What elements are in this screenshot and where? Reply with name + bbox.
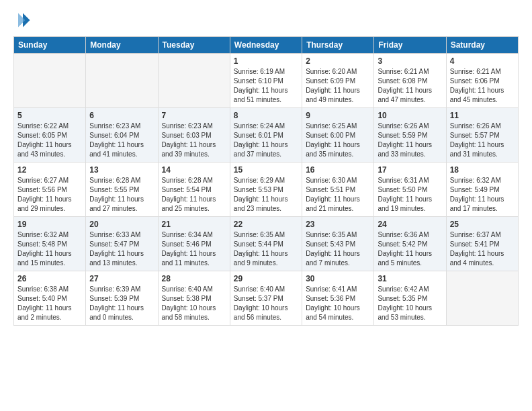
day-number: 24 <box>378 220 442 229</box>
day-number: 28 <box>162 274 226 283</box>
day-number: 27 <box>89 274 154 283</box>
day-cell: 1Sunrise: 6:19 AM Sunset: 6:10 PM Daylig… <box>230 54 302 108</box>
day-cell: 28Sunrise: 6:40 AM Sunset: 5:38 PM Dayli… <box>158 271 230 326</box>
day-info: Sunrise: 6:40 AM Sunset: 5:37 PM Dayligh… <box>234 285 298 322</box>
header <box>13 11 519 30</box>
day-cell: 15Sunrise: 6:29 AM Sunset: 5:53 PM Dayli… <box>230 163 302 217</box>
day-number: 29 <box>234 274 298 283</box>
page: SundayMondayTuesdayWednesdayThursdayFrid… <box>0 0 532 411</box>
day-number: 3 <box>378 56 442 66</box>
day-cell: 17Sunrise: 6:31 AM Sunset: 5:50 PM Dayli… <box>374 163 446 217</box>
day-cell: 4Sunrise: 6:21 AM Sunset: 6:06 PM Daylig… <box>446 54 518 108</box>
day-info: Sunrise: 6:23 AM Sunset: 6:04 PM Dayligh… <box>89 122 154 159</box>
day-cell: 30Sunrise: 6:41 AM Sunset: 5:36 PM Dayli… <box>302 271 374 326</box>
day-cell: 22Sunrise: 6:35 AM Sunset: 5:44 PM Dayli… <box>230 217 302 271</box>
day-info: Sunrise: 6:41 AM Sunset: 5:36 PM Dayligh… <box>306 285 370 322</box>
day-cell: 9Sunrise: 6:25 AM Sunset: 6:00 PM Daylig… <box>302 108 374 163</box>
day-cell: 13Sunrise: 6:28 AM Sunset: 5:55 PM Dayli… <box>86 163 158 217</box>
day-info: Sunrise: 6:35 AM Sunset: 5:44 PM Dayligh… <box>234 230 298 268</box>
day-info: Sunrise: 6:40 AM Sunset: 5:38 PM Dayligh… <box>162 285 226 322</box>
day-info: Sunrise: 6:31 AM Sunset: 5:50 PM Dayligh… <box>378 176 442 214</box>
day-info: Sunrise: 6:19 AM Sunset: 6:10 PM Dayligh… <box>234 67 298 105</box>
day-info: Sunrise: 6:28 AM Sunset: 5:55 PM Dayligh… <box>89 176 154 214</box>
day-number: 22 <box>234 220 298 229</box>
day-cell: 19Sunrise: 6:32 AM Sunset: 5:48 PM Dayli… <box>14 217 86 271</box>
day-cell: 3Sunrise: 6:21 AM Sunset: 6:08 PM Daylig… <box>374 54 446 108</box>
day-info: Sunrise: 6:39 AM Sunset: 5:39 PM Dayligh… <box>89 285 154 322</box>
day-number: 16 <box>306 165 370 175</box>
day-number: 13 <box>89 165 154 175</box>
day-number: 4 <box>450 56 515 66</box>
day-cell: 8Sunrise: 6:24 AM Sunset: 6:01 PM Daylig… <box>230 108 302 163</box>
day-number: 12 <box>17 165 82 175</box>
day-cell <box>86 54 158 108</box>
day-cell: 29Sunrise: 6:40 AM Sunset: 5:37 PM Dayli… <box>230 271 302 326</box>
day-number: 9 <box>306 111 370 120</box>
day-number: 18 <box>450 165 515 175</box>
day-cell: 7Sunrise: 6:23 AM Sunset: 6:03 PM Daylig… <box>158 108 230 163</box>
day-info: Sunrise: 6:28 AM Sunset: 5:54 PM Dayligh… <box>162 176 226 214</box>
day-cell: 12Sunrise: 6:27 AM Sunset: 5:56 PM Dayli… <box>14 163 86 217</box>
day-number: 19 <box>17 220 82 229</box>
day-info: Sunrise: 6:29 AM Sunset: 5:53 PM Dayligh… <box>234 176 298 214</box>
day-cell: 24Sunrise: 6:36 AM Sunset: 5:42 PM Dayli… <box>374 217 446 271</box>
day-info: Sunrise: 6:23 AM Sunset: 6:03 PM Dayligh… <box>162 122 226 159</box>
day-cell: 11Sunrise: 6:26 AM Sunset: 5:57 PM Dayli… <box>446 108 518 163</box>
day-number: 25 <box>450 220 515 229</box>
day-number: 2 <box>306 56 370 66</box>
day-info: Sunrise: 6:30 AM Sunset: 5:51 PM Dayligh… <box>306 176 370 214</box>
day-number: 31 <box>378 274 442 283</box>
day-info: Sunrise: 6:33 AM Sunset: 5:47 PM Dayligh… <box>89 230 154 268</box>
day-info: Sunrise: 6:26 AM Sunset: 5:57 PM Dayligh… <box>450 122 515 159</box>
day-number: 7 <box>162 111 226 120</box>
day-info: Sunrise: 6:38 AM Sunset: 5:40 PM Dayligh… <box>17 285 82 322</box>
day-info: Sunrise: 6:32 AM Sunset: 5:49 PM Dayligh… <box>450 176 515 214</box>
day-cell: 31Sunrise: 6:42 AM Sunset: 5:35 PM Dayli… <box>374 271 446 326</box>
day-number: 5 <box>17 111 82 120</box>
logo <box>13 11 35 30</box>
day-cell: 6Sunrise: 6:23 AM Sunset: 6:04 PM Daylig… <box>86 108 158 163</box>
day-cell: 18Sunrise: 6:32 AM Sunset: 5:49 PM Dayli… <box>446 163 518 217</box>
day-info: Sunrise: 6:35 AM Sunset: 5:43 PM Dayligh… <box>306 230 370 268</box>
day-info: Sunrise: 6:36 AM Sunset: 5:42 PM Dayligh… <box>378 230 442 268</box>
day-number: 14 <box>162 165 226 175</box>
day-cell: 27Sunrise: 6:39 AM Sunset: 5:39 PM Dayli… <box>86 271 158 326</box>
day-number: 30 <box>306 274 370 283</box>
day-info: Sunrise: 6:32 AM Sunset: 5:48 PM Dayligh… <box>17 230 82 268</box>
day-info: Sunrise: 6:25 AM Sunset: 6:00 PM Dayligh… <box>306 122 370 159</box>
week-row-5: 26Sunrise: 6:38 AM Sunset: 5:40 PM Dayli… <box>14 271 519 326</box>
day-info: Sunrise: 6:21 AM Sunset: 6:08 PM Dayligh… <box>378 67 442 105</box>
day-number: 1 <box>234 56 298 66</box>
day-cell: 21Sunrise: 6:34 AM Sunset: 5:46 PM Dayli… <box>158 217 230 271</box>
weekday-header-saturday: Saturday <box>446 37 518 54</box>
day-info: Sunrise: 6:21 AM Sunset: 6:06 PM Dayligh… <box>450 67 515 105</box>
day-cell: 20Sunrise: 6:33 AM Sunset: 5:47 PM Dayli… <box>86 217 158 271</box>
logo-icon <box>13 11 32 30</box>
day-info: Sunrise: 6:37 AM Sunset: 5:41 PM Dayligh… <box>450 230 515 268</box>
day-number: 15 <box>234 165 298 175</box>
day-number: 17 <box>378 165 442 175</box>
week-row-4: 19Sunrise: 6:32 AM Sunset: 5:48 PM Dayli… <box>14 217 519 271</box>
weekday-header-friday: Friday <box>374 37 446 54</box>
day-number: 11 <box>450 111 515 120</box>
day-number: 23 <box>306 220 370 229</box>
day-cell <box>158 54 230 108</box>
day-info: Sunrise: 6:42 AM Sunset: 5:35 PM Dayligh… <box>378 285 442 322</box>
day-cell: 14Sunrise: 6:28 AM Sunset: 5:54 PM Dayli… <box>158 163 230 217</box>
day-number: 21 <box>162 220 226 229</box>
day-cell: 2Sunrise: 6:20 AM Sunset: 6:09 PM Daylig… <box>302 54 374 108</box>
day-info: Sunrise: 6:27 AM Sunset: 5:56 PM Dayligh… <box>17 176 82 214</box>
calendar-table: SundayMondayTuesdayWednesdayThursdayFrid… <box>13 36 519 326</box>
day-cell: 25Sunrise: 6:37 AM Sunset: 5:41 PM Dayli… <box>446 217 518 271</box>
day-cell: 10Sunrise: 6:26 AM Sunset: 5:59 PM Dayli… <box>374 108 446 163</box>
week-row-1: 1Sunrise: 6:19 AM Sunset: 6:10 PM Daylig… <box>14 54 519 108</box>
day-cell <box>14 54 86 108</box>
day-info: Sunrise: 6:26 AM Sunset: 5:59 PM Dayligh… <box>378 122 442 159</box>
day-cell: 5Sunrise: 6:22 AM Sunset: 6:05 PM Daylig… <box>14 108 86 163</box>
week-row-2: 5Sunrise: 6:22 AM Sunset: 6:05 PM Daylig… <box>14 108 519 163</box>
weekday-header-row: SundayMondayTuesdayWednesdayThursdayFrid… <box>14 37 519 54</box>
day-number: 26 <box>17 274 82 283</box>
day-info: Sunrise: 6:20 AM Sunset: 6:09 PM Dayligh… <box>306 67 370 105</box>
day-cell <box>446 271 518 326</box>
day-info: Sunrise: 6:34 AM Sunset: 5:46 PM Dayligh… <box>162 230 226 268</box>
